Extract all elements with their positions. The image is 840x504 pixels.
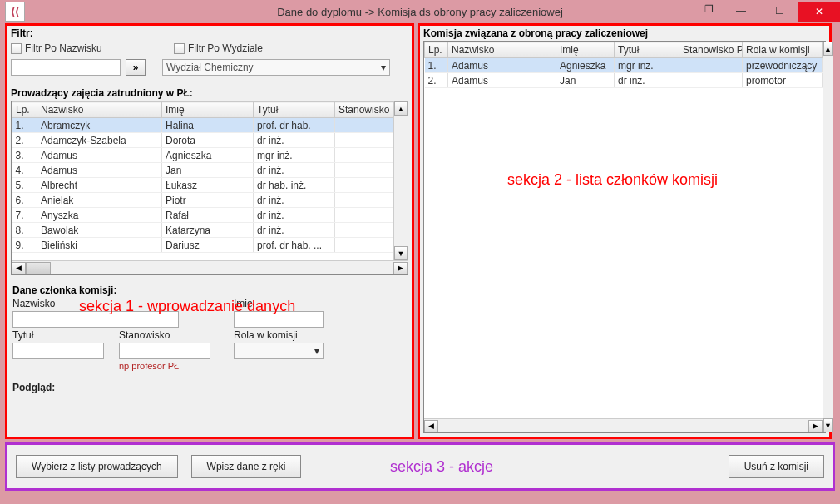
pick-from-list-button[interactable]: Wybierz z listy prowadzących [16,455,178,478]
cell-lp: 9. [12,238,37,253]
cell-imie: Agnieszka [162,148,254,163]
surname-filter-input[interactable] [11,59,121,76]
teachers-vertical-scrollbar[interactable]: ▲ ▼ [393,101,408,260]
committee-heading: Komisja związana z obroną pracy zaliczen… [420,26,829,41]
cell-tytul: mgr inż. [254,148,335,163]
table-row[interactable]: 3.AdamusAgnieszkamgr inż.Mi [12,148,394,163]
teachers-horizontal-scrollbar[interactable]: ◀ ▶ [12,260,408,274]
committee-horizontal-scrollbar[interactable]: ◀ ▶ [424,418,823,432]
enter-manually-button[interactable]: Wpisz dane z ręki [191,455,302,478]
remove-from-committee-button[interactable]: Usuń z komisji [729,455,824,478]
window-chrome-icon[interactable]: ❐ [699,2,719,17]
podglad-label: Podgląd: [12,382,55,393]
cell-nazwisko: Albrecht [37,178,162,193]
cell-imie: Rafał [162,208,254,223]
col2-imie[interactable]: Imię [556,42,615,58]
teachers-table[interactable]: Lp. Nazwisko Imię Tytuł Stanowisko Je 1.… [11,101,408,275]
committee-vertical-scrollbar[interactable]: ▲ ▼ [823,42,833,432]
section-3-overlay-label: sekcja 3 - akcje [390,458,493,476]
scroll-up-icon[interactable]: ▲ [394,101,408,116]
cell-stanowisko [335,133,393,148]
cell-stanowisko [335,238,393,253]
col-stanowisko[interactable]: Stanowisko [335,102,393,118]
table-row[interactable]: 2.AdamusJandr inż.promotor [425,73,823,88]
scroll-left-icon[interactable]: ◀ [12,262,26,274]
cell-lp: 2. [12,133,37,148]
search-go-button[interactable]: » [126,59,146,76]
filter-by-surname-label: Filtr Po Nazwisku [25,42,102,54]
cell-lp: 4. [12,163,37,178]
col2-nazwisko[interactable]: Nazwisko [448,42,556,58]
cell-stanowisko [335,178,393,193]
committee-table-container: Lp. Nazwisko Imię Tytuł Stanowisko PŁ Ro… [423,41,826,433]
table-row[interactable]: 1.AbramczykHalinaprof. dr hab.Mi [12,118,394,133]
scroll-left-icon[interactable]: ◀ [424,420,438,432]
department-combo[interactable]: Wydział Chemiczny ▾ [162,59,390,76]
cell-imie: Agnieszka [556,58,615,73]
cell-nazwisko: Adamczyk-Szabela [37,133,162,148]
cell-imie: Jan [162,163,254,178]
scroll-up-icon[interactable]: ▲ [823,42,833,56]
cell-nazwisko: Adamus [37,163,162,178]
filter-heading: Filtr: [7,26,412,41]
cell-nazwisko: Adamus [37,148,162,163]
teachers-table-grid[interactable]: Lp. Nazwisko Imię Tytuł Stanowisko Je 1.… [12,101,393,253]
col-nazwisko[interactable]: Nazwisko [37,102,162,118]
cell-rola: promotor [743,73,823,88]
col2-stanowisko[interactable]: Stanowisko PŁ [679,42,743,58]
table-row[interactable]: 8.BawolakKatarzynadr inż.In [12,223,394,238]
cell-nazwisko: Adamus [448,58,556,73]
cell-tytul: prof. dr hab. [254,118,335,133]
cell-imie: Piotr [162,193,254,208]
minimize-button[interactable]: — [722,2,760,20]
cell-imie: Łukasz [162,178,254,193]
table-row[interactable]: 5.AlbrechtŁukaszdr hab. inż.In [12,178,394,193]
nazwisko-label: Nazwisko [12,298,104,309]
cell-stanowisko [679,73,743,88]
stanowisko-note: np profesor PŁ [119,361,219,371]
table-row[interactable]: 4.AdamusJandr inż.In [12,163,394,178]
cell-rola: przewodniczący [743,58,823,73]
imie-input[interactable] [234,311,324,328]
title-bar: ⟨⟨ Dane do dyplomu -> Komisja ds obrony … [0,0,840,23]
teachers-heading: Prowadzący zajęcia zatrudniony w PŁ: [7,86,412,101]
table-row[interactable]: 7.AnyszkaRafałdr inż.In [12,208,394,223]
table-row[interactable]: 1.AdamusAgnieszkamgr inż.przewodniczący [425,58,823,73]
cell-stanowisko [335,163,393,178]
maximize-button[interactable]: ☐ [760,2,798,20]
cell-lp: 3. [12,148,37,163]
col-tytul[interactable]: Tytuł [254,102,335,118]
section-2-panel: Komisja związana z obroną pracy zaliczen… [418,23,832,439]
scroll-right-icon[interactable]: ▶ [808,420,823,432]
cell-tytul: mgr inż. [615,58,679,73]
table-row[interactable]: 6.AnielakPiotrdr inż.In [12,193,394,208]
scroll-right-icon[interactable]: ▶ [393,262,408,274]
col2-rola[interactable]: Rola w komisji [743,42,823,58]
filter-by-surname-checkbox[interactable]: Filtr Po Nazwisku [11,42,169,54]
cell-stanowisko [335,193,393,208]
section-1-panel: Filtr: Filtr Po Nazwisku Filtr Po Wydzia… [5,23,414,439]
cell-tytul: dr inż. [254,208,335,223]
committee-table[interactable]: Lp. Nazwisko Imię Tytuł Stanowisko PŁ Ro… [424,42,823,88]
scroll-down-icon[interactable]: ▼ [823,418,833,432]
nazwisko-input[interactable] [12,311,179,328]
table-row[interactable]: 2.Adamczyk-SzabelaDorotadr inż.In [12,133,394,148]
cell-nazwisko: Anielak [37,193,162,208]
table-row[interactable]: 9.BielińskiDariuszprof. dr hab. ...In [12,238,394,253]
filter-by-department-checkbox[interactable]: Filtr Po Wydziale [174,42,263,54]
cell-tytul: dr hab. inż. [254,178,335,193]
cell-lp: 6. [12,193,37,208]
scroll-down-icon[interactable]: ▼ [394,246,408,260]
stanowisko-input[interactable] [119,343,210,359]
cell-tytul: dr inż. [254,133,335,148]
col2-tytul[interactable]: Tytuł [615,42,679,58]
tytul-input[interactable] [12,343,104,359]
rola-combo[interactable]: ▾ [234,343,324,359]
col-lp[interactable]: Lp. [12,102,37,118]
stanowisko-label: Stanowisko [119,329,219,341]
col2-lp[interactable]: Lp. [425,42,448,58]
col-imie[interactable]: Imię [162,102,254,118]
department-combo-value: Wydział Chemiczny [166,62,254,73]
close-button[interactable]: ✕ [798,2,840,22]
cell-tytul: dr inż. [254,193,335,208]
